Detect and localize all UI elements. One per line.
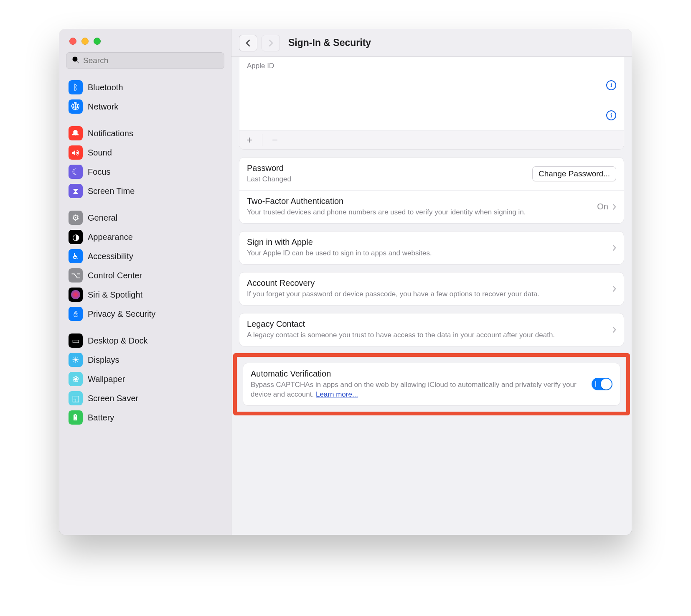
battery-icon: 🔋︎	[69, 410, 83, 425]
minimize-window-button[interactable]	[81, 38, 89, 45]
sidebar-item-wallpaper[interactable]: ❀ Wallpaper	[64, 370, 226, 388]
sidebar-item-desktop-dock[interactable]: ▭ Desktop & Dock	[64, 331, 226, 350]
sidebar-item-label: Network	[88, 102, 118, 112]
sidebar-item-displays[interactable]: ☀︎ Displays	[64, 351, 226, 369]
sidebar-item-label: Accessibility	[88, 252, 133, 261]
sidebar-item-label: Screen Time	[88, 186, 135, 196]
password-row: Password Last Changed Change Password...	[239, 158, 624, 191]
sidebar-item-control-center[interactable]: ⌥ Control Center	[64, 266, 226, 285]
remove-button[interactable]: −	[271, 134, 279, 146]
two-factor-description: Your trusted devices and phone numbers a…	[247, 208, 591, 217]
automatic-verification-description: Bypass CAPTCHAs in apps and on the web b…	[251, 380, 586, 400]
account-recovery-title: Account Recovery	[247, 278, 607, 288]
close-window-button[interactable]	[69, 38, 76, 45]
back-button[interactable]	[239, 35, 257, 51]
sidebar-item-general[interactable]: ⚙︎ General	[64, 209, 226, 227]
sidebar-item-label: General	[88, 213, 117, 223]
gear-icon: ⚙︎	[69, 211, 83, 225]
two-factor-row[interactable]: Two-Factor Authentication Your trusted d…	[239, 191, 624, 223]
chevron-right-icon	[612, 326, 616, 333]
info-icon[interactable]: i	[606, 80, 616, 90]
chevron-right-icon	[612, 204, 616, 210]
sun-icon: ☀︎	[69, 353, 83, 367]
search-field[interactable]	[66, 52, 224, 69]
forward-button[interactable]	[262, 35, 280, 51]
sidebar-item-accessibility[interactable]: ♿︎ Accessibility	[64, 247, 226, 265]
fullscreen-window-button[interactable]	[94, 38, 101, 45]
apple-id-row[interactable]: i	[490, 100, 624, 130]
legacy-contact-title: Legacy Contact	[247, 319, 607, 329]
sidebar-item-label: Displays	[88, 355, 119, 365]
sidebar-item-label: Siri & Spotlight	[88, 290, 142, 300]
sidebar-item-label: Control Center	[88, 271, 142, 280]
hand-icon: ✋︎	[69, 307, 83, 321]
main-content: Sign-In & Security Apple ID i i + −	[231, 29, 632, 535]
bluetooth-icon: ᛒ	[69, 80, 83, 94]
account-recovery-card: Account Recovery If you forget your pass…	[239, 272, 624, 305]
toolbar: Sign-In & Security	[231, 29, 632, 57]
info-icon[interactable]: i	[606, 110, 616, 120]
screensaver-icon: ◱	[69, 391, 83, 405]
sidebar-item-label: Privacy & Security	[88, 309, 155, 319]
sign-in-apple-title: Sign in with Apple	[247, 237, 607, 247]
two-factor-title: Two-Factor Authentication	[247, 196, 591, 206]
sidebar-item-bluetooth[interactable]: ᛒ Bluetooth	[64, 78, 226, 97]
sidebar-item-siri-spotlight[interactable]: Siri & Spotlight	[64, 285, 226, 304]
password-title: Password	[247, 163, 526, 173]
sidebar-item-sound[interactable]: 🔊︎ Sound	[64, 143, 226, 162]
learn-more-link[interactable]: Learn more...	[316, 390, 358, 398]
globe-icon: 🌐︎	[69, 99, 83, 114]
sidebar-item-network[interactable]: 🌐︎ Network	[64, 97, 226, 116]
sidebar-item-label: Bluetooth	[88, 83, 123, 92]
apple-id-row[interactable]: i	[490, 70, 624, 100]
password-subtitle: Last Changed	[247, 175, 526, 184]
page-title: Sign-In & Security	[288, 37, 371, 48]
bell-icon: 🔔︎	[69, 126, 83, 140]
sidebar-item-label: Wallpaper	[88, 374, 125, 384]
apple-id-card: Apple ID i i + −	[239, 57, 624, 150]
highlight-box: Automatic Verification Bypass CAPTCHAs i…	[233, 353, 630, 415]
legacy-contact-row[interactable]: Legacy Contact A legacy contact is someo…	[239, 313, 624, 346]
account-recovery-row[interactable]: Account Recovery If you forget your pass…	[239, 272, 624, 305]
sidebar-item-screen-saver[interactable]: ◱ Screen Saver	[64, 389, 226, 407]
moon-icon: ☾	[69, 165, 83, 179]
sidebar-item-label: Desktop & Dock	[88, 336, 147, 346]
sidebar: ᛒ Bluetooth 🌐︎ Network 🔔︎ Notifications …	[59, 29, 231, 535]
apple-id-label: Apple ID	[239, 57, 624, 70]
speaker-icon: 🔊︎	[69, 145, 83, 160]
hourglass-icon: ⧗	[69, 184, 83, 198]
sidebar-item-notifications[interactable]: 🔔︎ Notifications	[64, 124, 226, 143]
control-center-icon: ⌥	[69, 268, 83, 283]
flower-icon: ❀	[69, 372, 83, 386]
sidebar-item-screen-time[interactable]: ⧗ Screen Time	[64, 182, 226, 200]
sign-in-apple-description: Your Apple ID can be used to sign in to …	[247, 249, 607, 258]
add-button[interactable]: +	[245, 134, 254, 146]
sidebar-item-privacy-security[interactable]: ✋︎ Privacy & Security	[64, 305, 226, 323]
sign-in-apple-card: Sign in with Apple Your Apple ID can be …	[239, 231, 624, 265]
sidebar-item-label: Focus	[88, 167, 110, 177]
sidebar-item-focus[interactable]: ☾ Focus	[64, 163, 226, 181]
svg-point-0	[73, 57, 78, 62]
automatic-verification-title: Automatic Verification	[251, 369, 586, 379]
settings-window: ᛒ Bluetooth 🌐︎ Network 🔔︎ Notifications …	[59, 29, 632, 535]
sidebar-item-label: Sound	[88, 148, 112, 158]
chevron-right-icon	[612, 285, 616, 292]
sidebar-item-label: Screen Saver	[88, 394, 138, 403]
sidebar-item-battery[interactable]: 🔋︎ Battery	[64, 408, 226, 427]
sidebar-item-label: Notifications	[88, 129, 133, 138]
automatic-verification-row: Automatic Verification Bypass CAPTCHAs i…	[243, 363, 620, 405]
sign-in-apple-row[interactable]: Sign in with Apple Your Apple ID can be …	[239, 232, 624, 264]
sidebar-item-appearance[interactable]: ◑ Appearance	[64, 228, 226, 246]
change-password-button[interactable]: Change Password...	[532, 166, 616, 181]
sidebar-item-label: Battery	[88, 413, 114, 423]
legacy-contact-card: Legacy Contact A legacy contact is someo…	[239, 313, 624, 346]
search-input[interactable]	[83, 56, 219, 65]
legacy-contact-description: A legacy contact is someone you trust to…	[247, 331, 607, 340]
sidebar-item-label: Appearance	[88, 232, 133, 242]
automatic-verification-toggle[interactable]	[592, 378, 612, 390]
appearance-icon: ◑	[69, 230, 83, 244]
siri-icon	[69, 288, 83, 302]
search-icon	[71, 56, 80, 66]
two-factor-status: On	[597, 202, 608, 211]
password-card: Password Last Changed Change Password...…	[239, 157, 624, 224]
